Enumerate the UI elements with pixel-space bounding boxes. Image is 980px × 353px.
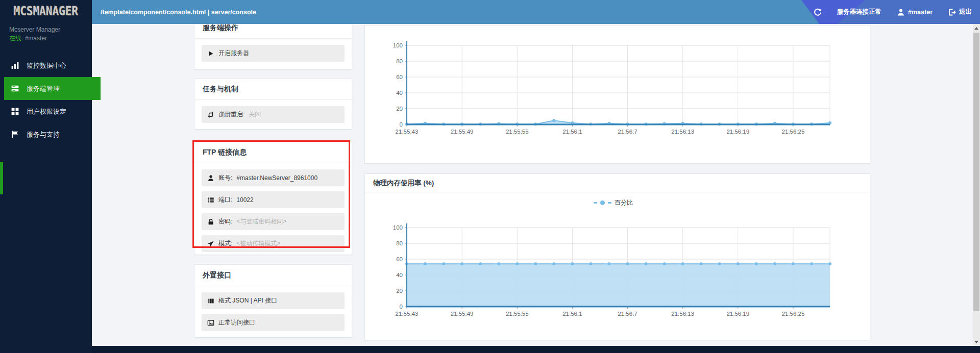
flag-icon: [11, 130, 19, 139]
svg-text:21:55:55: 21:55:55: [506, 129, 529, 135]
scrollbar-thumb[interactable]: [973, 33, 979, 311]
svg-text:0: 0: [400, 304, 403, 310]
header-actions: 服务器连接正常 #master 退出: [814, 0, 972, 24]
sidebar-menu: 监控数据中心 服务端管理 用户权限设定 服务与支持: [0, 54, 92, 146]
top-bar: /template/component/console.html | serve…: [92, 0, 980, 24]
sidebar: MCSMANAGER Mcserver Manager 在线: #master …: [0, 0, 92, 353]
api-json-link[interactable]: 格式 JSON | API 接口: [202, 292, 345, 309]
svg-text:21:56:7: 21:56:7: [618, 311, 637, 317]
start-server-button[interactable]: 开启服务器: [202, 45, 345, 62]
online-status: 在线: #master: [9, 34, 92, 43]
svg-text:21:56:19: 21:56:19: [726, 311, 749, 317]
ftp-port-row: 端口: 10022: [202, 191, 345, 208]
lock-icon: [207, 218, 214, 225]
servers-icon: [11, 84, 19, 93]
svg-text:21:55:49: 21:55:49: [451, 129, 474, 135]
user-icon: [897, 8, 905, 16]
card-ftp-info: FTP 链接信息 账号: #master.NewServer_8961000 端…: [194, 141, 352, 255]
svg-text:21:56:7: 21:56:7: [618, 129, 637, 135]
svg-text:21:56:13: 21:56:13: [671, 129, 694, 135]
mcsmanager-app: MCSMANAGER Mcserver Manager 在线: #master …: [0, 0, 980, 353]
svg-text:20: 20: [396, 288, 403, 294]
ftp-port-label: 端口:: [218, 195, 232, 204]
svg-text:60: 60: [396, 74, 403, 80]
ftp-mode-label: 模式:: [218, 239, 232, 248]
vertical-scrollbar[interactable]: [973, 24, 980, 346]
card-title: 外置接口: [194, 265, 352, 286]
svg-text:0: 0: [400, 121, 403, 128]
svg-text:80: 80: [396, 240, 403, 246]
ftp-account-value: #master.NewServer_8961000: [236, 174, 317, 182]
content-area: 服务端操作 开启服务器 任务与机制 崩溃重启: 关闭: [92, 24, 973, 346]
user-icon: [207, 174, 214, 182]
sidebar-item-service-support[interactable]: 服务与支持: [0, 123, 92, 146]
card-title: 服务端操作: [194, 24, 352, 39]
normal-access-label: 正常访问接口: [218, 318, 255, 327]
normal-access-link[interactable]: 正常访问接口: [202, 314, 345, 331]
send-icon: [207, 240, 214, 247]
play-icon: [207, 50, 214, 57]
card-external-interfaces: 外置接口 格式 JSON | API 接口 正常访问接口: [194, 264, 352, 338]
sidebar-item-monitor-center[interactable]: 监控数据中心: [0, 54, 92, 77]
ftp-account-label: 账号:: [218, 173, 232, 182]
logout-button[interactable]: 退出: [948, 8, 972, 16]
refresh-icon[interactable]: [814, 8, 822, 16]
memory-chart-title: 物理内存使用率 (%): [365, 174, 870, 192]
header-username: #master: [908, 9, 933, 16]
app-subtitle: Mcserver Manager: [9, 26, 92, 34]
svg-text:21:55:49: 21:55:49: [451, 311, 474, 317]
breadcrumb: /template/component/console.html | serve…: [101, 0, 256, 24]
scrollbar-up-arrow[interactable]: [973, 24, 980, 32]
user-menu[interactable]: #master: [897, 8, 933, 16]
list-icon: [207, 196, 214, 204]
card-title: FTP 链接信息: [194, 142, 352, 163]
svg-text:21:55:43: 21:55:43: [396, 311, 419, 317]
start-server-label: 开启服务器: [218, 49, 249, 58]
logout-label: 退出: [959, 8, 972, 16]
connection-status: 服务器连接正常: [837, 8, 882, 16]
svg-text:21:56:13: 21:56:13: [671, 311, 694, 317]
card-memory-chart: 物理内存使用率 (%) 百分比 02040608010021:55:4321:5…: [364, 173, 870, 340]
svg-text:60: 60: [396, 256, 403, 262]
crash-restart-label: 崩溃重启:: [218, 110, 244, 119]
ftp-password-row: 密码: <与登陆密码相同>: [202, 213, 345, 230]
sidebar-item-label: 服务端管理: [27, 84, 60, 93]
sidebar-item-user-permissions[interactable]: 用户权限设定: [0, 100, 92, 123]
sidebar-scroll-indicator: [0, 162, 3, 194]
app-logo: MCSMANAGER: [6, 4, 86, 18]
card-tasks-mechanisms: 任务与机制 崩溃重启: 关闭: [194, 78, 352, 130]
svg-text:21:56:25: 21:56:25: [782, 311, 805, 317]
card-cpu-chart: 02040608010021:55:4321:55:4921:55:5521:5…: [364, 25, 870, 164]
ftp-mode-value: <被动传输模式>: [236, 239, 280, 248]
chart-icon: [11, 61, 19, 70]
card-server-operations: 服务端操作 开启服务器: [194, 24, 352, 70]
svg-text:40: 40: [396, 272, 403, 278]
sidebar-item-label: 监控数据中心: [27, 61, 66, 70]
crash-restart-value: 关闭: [249, 110, 261, 119]
online-status-label: 在线:: [9, 35, 23, 42]
ftp-account-row: 账号: #master.NewServer_8961000: [202, 169, 345, 186]
ftp-port-value: 10022: [236, 196, 253, 204]
grid-icon: [11, 107, 19, 116]
ftp-password-value: <与登陆密码相同>: [236, 217, 286, 226]
card-title: 任务与机制: [194, 79, 352, 100]
image-icon: [207, 319, 214, 326]
loop-icon: [207, 111, 214, 118]
sidebar-item-label: 服务与支持: [27, 130, 60, 139]
svg-text:21:55:55: 21:55:55: [506, 311, 529, 317]
online-status-user: #master: [25, 35, 47, 42]
ftp-password-label: 密码:: [218, 217, 232, 226]
barcode-icon: [207, 297, 214, 305]
ftp-mode-row: 模式: <被动传输模式>: [202, 235, 345, 252]
svg-text:100: 100: [393, 42, 403, 48]
svg-text:21:56:25: 21:56:25: [782, 129, 805, 135]
api-json-label: 格式 JSON | API 接口: [218, 296, 277, 305]
svg-text:80: 80: [396, 58, 403, 64]
svg-text:21:55:43: 21:55:43: [396, 129, 419, 135]
sidebar-item-label: 用户权限设定: [27, 107, 66, 116]
svg-text:21:56:1: 21:56:1: [562, 311, 582, 317]
svg-text:21:56:1: 21:56:1: [562, 129, 582, 135]
sidebar-item-server-management[interactable]: 服务端管理: [4, 77, 101, 100]
scrollbar-down-arrow[interactable]: [973, 338, 980, 346]
memory-usage-chart: 02040608010021:55:4321:55:4921:55:5521:5…: [365, 192, 870, 340]
